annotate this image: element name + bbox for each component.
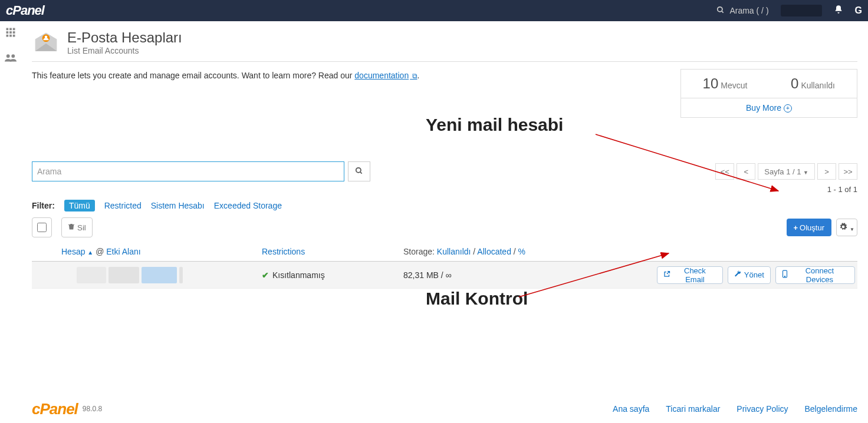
device-icon — [782, 270, 788, 280]
manage-button[interactable]: Yönet — [728, 266, 771, 284]
page-last-button[interactable]: >> — [839, 163, 857, 180]
filter-label: Filter: — [32, 201, 55, 210]
table-row: ✔Kısıtlanmamış 82,31 MB / ∞ Check Email … — [32, 262, 857, 289]
topbar: Panel Arama ( / ) G — [0, 0, 868, 21]
svg-point-17 — [356, 168, 361, 173]
filter-all[interactable]: Tümü — [64, 200, 95, 212]
external-link-icon: ⧉ — [410, 72, 417, 80]
check-icon: ✔ — [262, 270, 269, 280]
svg-rect-9 — [9, 35, 12, 37]
page-prev-button[interactable]: < — [737, 163, 755, 180]
svg-rect-5 — [6, 31, 9, 34]
col-storage: Storage: Kullanıldı / Allocated / % — [403, 247, 657, 256]
documentation-link[interactable]: documentation ⧉ — [354, 71, 417, 80]
svg-rect-8 — [6, 35, 9, 37]
cpanel-logo: Panel — [6, 3, 44, 18]
page-title: E-Posta Hesapları — [67, 29, 182, 46]
svg-rect-6 — [9, 31, 12, 34]
delete-button[interactable]: Sil — [61, 217, 93, 237]
delete-label: Sil — [77, 223, 86, 232]
col-storage-pct[interactable]: % — [518, 247, 525, 256]
stat-used: 0Kullanıldı — [769, 70, 857, 98]
page-header: E-Posta Hesapları List Email Accounts — [32, 29, 857, 55]
svg-point-0 — [718, 6, 722, 11]
check-email-button[interactable]: Check Email — [657, 266, 723, 284]
settings-button[interactable]: ▼ — [836, 219, 857, 236]
search-icon — [355, 168, 363, 177]
top-search[interactable]: Arama ( / ) — [716, 6, 768, 16]
buy-more-link[interactable]: Buy More+ — [746, 103, 792, 113]
svg-line-1 — [722, 11, 724, 12]
annotation-new-mail: Yeni mail hesabi — [426, 115, 563, 135]
search-button[interactable] — [348, 161, 370, 181]
page-subtitle: List Email Accounts — [67, 46, 182, 55]
col-domain[interactable]: Etki Alanı — [106, 247, 140, 256]
logout-icon[interactable]: G — [855, 5, 862, 16]
search-input[interactable] — [32, 161, 344, 181]
plus-icon: + — [794, 223, 798, 232]
filter-row: Filter: Tümü Restricted Sistem Hesabı Ex… — [32, 200, 857, 212]
chevron-down-icon: ▼ — [850, 227, 854, 232]
page-indicator[interactable]: Sayfa 1 / 1 ▼ — [758, 163, 815, 180]
col-account[interactable]: Hesap ▲ @ Etki Alanı — [61, 247, 262, 256]
intro-lead: This feature lets you create and manage … — [32, 71, 354, 80]
notifications-button[interactable] — [834, 5, 843, 16]
stat-used-label: Kullanıldı — [801, 81, 835, 90]
create-button[interactable]: +Oluştur — [787, 219, 832, 236]
chevron-down-icon: ▼ — [803, 170, 808, 176]
page-count-label: 1 - 1 of 1 — [32, 185, 857, 194]
page-first-button[interactable]: << — [715, 163, 734, 180]
svg-point-12 — [11, 54, 15, 58]
stat-available-label: Mevcut — [721, 81, 747, 90]
create-label: Oluştur — [800, 223, 824, 232]
plus-circle-icon: + — [784, 104, 792, 113]
header-divider — [32, 61, 857, 62]
wrench-icon — [734, 270, 741, 279]
open-external-icon — [663, 270, 670, 279]
intro-text: This feature lets you create and manage … — [32, 69, 669, 82]
svg-rect-3 — [9, 28, 12, 31]
intro-tail: . — [417, 71, 420, 80]
cell-storage: 82,31 MB / ∞ — [403, 270, 657, 280]
pagination: << < Sayfa 1 / 1 ▼ > >> — [715, 163, 857, 180]
search-icon — [716, 6, 725, 16]
table-header: Hesap ▲ @ Etki Alanı Restrictions Storag… — [32, 241, 857, 262]
page-next-button[interactable]: > — [817, 163, 836, 180]
apps-icon[interactable] — [5, 27, 16, 41]
filter-restricted[interactable]: Restricted — [104, 201, 142, 210]
connect-devices-button[interactable]: Connect Devices — [775, 266, 855, 284]
at-sign: @ — [96, 247, 104, 256]
trash-icon — [68, 223, 75, 232]
user-menu[interactable] — [781, 5, 822, 16]
cell-account — [61, 267, 262, 283]
svg-rect-2 — [6, 28, 9, 31]
select-all-checkbox[interactable] — [37, 223, 47, 232]
filter-system[interactable]: Sistem Hesabı — [151, 201, 205, 210]
top-search-label: Arama ( / ) — [729, 6, 768, 15]
left-nav — [0, 21, 21, 289]
stats-panel: 10Mevcut 0Kullanıldı Buy More+ — [680, 69, 857, 118]
svg-line-18 — [360, 172, 362, 174]
cell-restriction: ✔Kısıtlanmamış — [262, 270, 403, 280]
svg-point-11 — [6, 54, 10, 58]
svg-point-20 — [784, 276, 785, 277]
sort-up-icon: ▲ — [87, 249, 93, 256]
email-accounts-icon — [32, 30, 60, 55]
stat-available-num: 10 — [703, 75, 719, 91]
select-all-wrapper[interactable] — [32, 217, 52, 237]
stat-used-num: 0 — [791, 75, 798, 91]
gear-icon — [839, 224, 847, 233]
svg-rect-7 — [13, 31, 15, 34]
bell-icon — [834, 6, 843, 16]
stat-available: 10Mevcut — [681, 70, 769, 98]
col-restrictions[interactable]: Restrictions — [262, 247, 403, 256]
col-storage-allocated[interactable]: Allocated — [477, 247, 511, 256]
filter-exceeded[interactable]: Exceeded Storage — [214, 201, 282, 210]
svg-rect-10 — [13, 35, 15, 37]
svg-rect-4 — [13, 28, 15, 31]
users-icon[interactable] — [5, 52, 17, 65]
col-storage-used[interactable]: Kullanıldı — [437, 247, 471, 256]
